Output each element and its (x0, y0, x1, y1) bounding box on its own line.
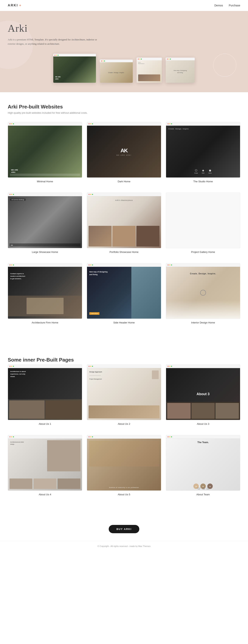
card-about5-image: Science of interority is our profession (87, 435, 161, 491)
nav-demos[interactable]: Demos (214, 4, 223, 7)
card-gallery: Project Gallery Home (166, 192, 240, 254)
nav-logo[interactable]: ARKI (8, 4, 21, 7)
card-gallery-image (166, 192, 240, 248)
card-about2[interactable]: Design Approach ──────────── Project Man… (87, 364, 161, 425)
prebuilt-title: Arki Pre-built Websites (8, 104, 240, 110)
card-arch-firm-label: Architecture Firm Home (8, 321, 82, 324)
card-dark-label: Dark Home (87, 180, 161, 183)
card-about3[interactable]: About 3 About Us 3 (166, 364, 240, 425)
card-about4[interactable]: Architectural and other design. About Us… (8, 435, 82, 496)
card-about5-label: About Us 5 (87, 493, 161, 496)
card-side-header-image: New way of designing and living. Learn M… (87, 263, 161, 319)
prebuilt-subtitle: High-quality pre-built websites included… (8, 111, 240, 114)
card-portfolio-image: Arki's Masterpiece (87, 192, 161, 248)
card-about3-label: About Us 3 (166, 422, 240, 425)
footer: © Copyright - All rights reserved - made… (0, 541, 248, 551)
card-interior[interactable]: Create. Design. Inspire. Interior Design… (166, 263, 240, 324)
card-studio[interactable]: Create. Design. Inspire. ⬡ Design ◈ Buil… (166, 122, 240, 183)
card-arch-firm[interactable]: Contact experts in modern architecture t… (8, 263, 82, 324)
card-dark-image: AK WE ARE ARKI (87, 122, 161, 178)
card-about5[interactable]: Science of interority is our profession … (87, 435, 161, 496)
prebuilt-row-3: Contact experts in modern architecture t… (8, 263, 240, 324)
logo-text: ARKI (8, 4, 18, 7)
card-studio-image: Create. Design. Inspire. ⬡ Design ◈ Buil… (166, 122, 240, 178)
card-about2-label: About Us 2 (87, 422, 161, 425)
hero-screenshot-extra: How way of designingand living. (166, 58, 195, 83)
prebuilt-section: Arki Pre-built Websites High-quality pre… (0, 92, 248, 345)
card-minimal-label: Minimal Home (8, 180, 82, 183)
prebuilt-row-1: WE AREARKI Minimal Home AK WE ARE ARKI (8, 122, 240, 183)
card-arch-firm-image: Contact experts in modern architecture t… (8, 263, 82, 319)
card-studio-label: The Studio Home (166, 180, 240, 183)
inner-pages-title: Some inner Pre-Built Pages (8, 357, 240, 363)
nav-links: Demos Purchase (214, 4, 240, 7)
card-about4-label: About Us 4 (8, 493, 82, 496)
navbar: ARKI Demos Purchase (0, 0, 248, 11)
card-interior-image: Create. Design. Inspire. (166, 263, 240, 319)
card-portfolio-label: Portfolio Showcase Home (87, 250, 161, 254)
card-about3-image: About 3 (166, 364, 240, 420)
card-dark[interactable]: AK WE ARE ARKI Dark Home (87, 122, 161, 183)
card-about1[interactable]: Architecture is about experience, not on… (8, 364, 82, 425)
hero-screenshots: WE AREARKI Create. Design. Inspire. Arki… (8, 54, 240, 83)
card-about1-image: Architecture is about experience, not on… (8, 364, 82, 420)
card-minimal[interactable]: WE AREARKI Minimal Home (8, 122, 82, 183)
card-about4-image: Architectural and other design. (8, 435, 82, 491)
prebuilt-row-2: All Summer Buildings ◀ ▶ Large Showcase … (8, 192, 240, 254)
footer-text: © Copyright - All rights reserved - made… (97, 545, 151, 547)
cta-button[interactable]: BUY ARKI (109, 525, 139, 533)
hero-screenshot-mid: Create. Design. Inspire. (100, 60, 133, 83)
card-large[interactable]: All Summer Buildings ◀ ▶ Large Showcase … (8, 192, 82, 254)
card-large-image: All Summer Buildings ◀ ▶ (8, 192, 82, 248)
card-side-header[interactable]: New way of designing and living. Learn M… (87, 263, 161, 324)
card-about1-label: About Us 1 (8, 422, 82, 425)
card-team-image: The Team. ● ● ● ArchitectLead JamesSmith… (166, 435, 240, 491)
card-large-label: Large Showcase Home (8, 250, 82, 254)
hero-screenshot-main: WE AREARKI (53, 54, 96, 83)
card-about2-image: Design Approach ──────────── Project Man… (87, 364, 161, 420)
card-interior-label: Interior Design Home (166, 321, 240, 324)
hero-section: Arki Arki is a premium HTML Template. It… (0, 11, 248, 92)
card-team-label: About Team (166, 493, 240, 496)
card-portfolio[interactable]: Arki's Masterpiece Portfolio Showcase Ho… (87, 192, 161, 254)
inner-pages-section: Some inner Pre-Built Pages Architecture … (0, 345, 248, 517)
card-gallery-label: Project Gallery Home (166, 250, 240, 254)
card-minimal-image: WE AREARKI (8, 122, 82, 178)
inner-pages-row-1: Architecture is about experience, not on… (8, 364, 240, 425)
logo-dot (19, 5, 21, 6)
nav-purchase[interactable]: Purchase (229, 4, 240, 7)
hero-screenshot-right: Arki'sMasterpiece (137, 58, 162, 83)
card-team[interactable]: The Team. ● ● ● ArchitectLead JamesSmith… (166, 435, 240, 496)
card-side-header-label: Side Header Home (87, 321, 161, 324)
cta-section: BUY ARKI (0, 517, 248, 541)
inner-pages-row-2: Architectural and other design. About Us… (8, 435, 240, 496)
hero-circle-deco2 (213, 54, 236, 77)
